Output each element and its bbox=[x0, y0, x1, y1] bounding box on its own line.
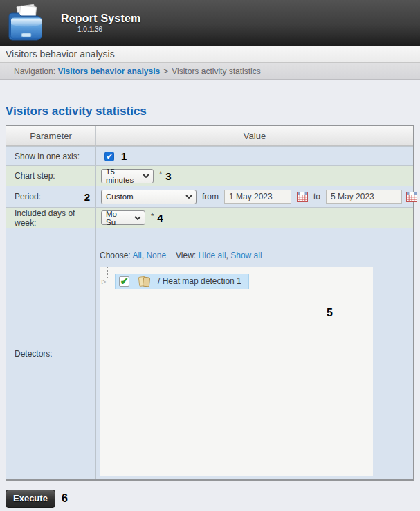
param-label-included-days: Included days of week: bbox=[6, 208, 96, 228]
choose-label: Choose: bbox=[100, 251, 132, 260]
app-title: Report System bbox=[61, 12, 141, 25]
tree-gutter: ▷ bbox=[102, 272, 115, 290]
tree-item-heat-map-detection[interactable]: ✔ / Heat map detection 1 bbox=[115, 274, 249, 289]
folder-icon bbox=[138, 276, 151, 287]
execute-button[interactable]: Execute bbox=[6, 490, 55, 508]
chart-step-selected-value: 15 minutes bbox=[106, 168, 138, 184]
view-hide-all-link[interactable]: Hide all bbox=[199, 251, 226, 260]
days-of-week-selected-value: Mo - Su bbox=[106, 210, 130, 226]
breadcrumb-separator: > bbox=[163, 66, 168, 76]
tree-node-heat-map-detection: ▷ ✔ / Heat map detection bbox=[100, 267, 373, 290]
detectors-actions: Choose: All, NoneView: Hide all, Show al… bbox=[100, 251, 413, 260]
section-title-bar: Visitors behavior analysis bbox=[0, 46, 420, 63]
row-show-in-one-axis: Show in one axis: ✔ 1 bbox=[6, 146, 413, 165]
tree-item-label: / Heat map detection 1 bbox=[158, 276, 241, 286]
annotation-4: 4 bbox=[157, 212, 163, 224]
check-icon: ✔ bbox=[120, 278, 129, 285]
parameters-table: Parameter Value Show in one axis: ✔ 1 Ch… bbox=[6, 125, 414, 481]
row-period: Period: 2 Custom from bbox=[6, 186, 413, 207]
breadcrumb: Navigation: Visitors behavior analysis >… bbox=[0, 63, 420, 80]
row-included-days: Included days of week: Mo - Su * 4 bbox=[6, 207, 413, 228]
annotation-1: 1 bbox=[121, 150, 127, 162]
to-label: to bbox=[313, 192, 320, 201]
section-title: Visitors behavior analysis bbox=[6, 48, 115, 60]
param-label-chart-step: Chart step: bbox=[6, 166, 96, 186]
breadcrumb-link-visitors-behavior-analysis[interactable]: Visitors behavior analysis bbox=[57, 66, 160, 76]
main-content: Visitors activity statistics Parameter V… bbox=[0, 105, 420, 508]
period-select[interactable]: Custom bbox=[101, 190, 197, 204]
choose-none-link[interactable]: None bbox=[146, 251, 166, 260]
show-in-one-axis-checkbox[interactable]: ✔ bbox=[104, 152, 114, 161]
tree-dotted-line bbox=[106, 283, 115, 283]
value-cell-period: Custom from bbox=[96, 186, 417, 207]
breadcrumb-label: Navigation: bbox=[14, 66, 57, 76]
param-label-show-in-one-axis: Show in one axis: bbox=[6, 147, 96, 165]
chevron-down-icon bbox=[143, 174, 149, 178]
days-of-week-select[interactable]: Mo - Su bbox=[101, 210, 145, 225]
row-chart-step: Chart step: 15 minutes * 3 bbox=[6, 165, 413, 186]
value-cell-detectors: Choose: All, NoneView: Hide all, Show al… bbox=[96, 228, 413, 479]
from-label: from bbox=[202, 192, 219, 201]
value-cell-show-in-one-axis: ✔ 1 bbox=[96, 147, 413, 165]
check-icon: ✔ bbox=[106, 152, 112, 161]
view-label: View: bbox=[176, 251, 198, 260]
annotation-6: 6 bbox=[62, 492, 68, 505]
report-folder-icon bbox=[8, 4, 44, 43]
param-label-period: Period: bbox=[15, 192, 41, 201]
param-cell-period: Period: 2 bbox=[6, 186, 96, 207]
chevron-down-icon bbox=[185, 195, 192, 199]
page-title: Visitors activity statistics bbox=[6, 105, 420, 118]
choose-all-link[interactable]: All bbox=[132, 251, 141, 260]
date-from-input[interactable] bbox=[224, 190, 291, 204]
chart-step-select[interactable]: 15 minutes bbox=[101, 169, 154, 183]
column-header-parameter: Parameter bbox=[6, 126, 96, 145]
breadcrumb-current-page: Visitors activity statistics bbox=[172, 66, 260, 76]
table-header-row: Parameter Value bbox=[6, 126, 413, 146]
footer-actions: Execute 6 bbox=[6, 490, 420, 508]
calendar-icon[interactable] bbox=[406, 192, 417, 202]
app-window: Report System 1.0.1.36 Visitors behavior… bbox=[0, 0, 420, 508]
calendar-icon[interactable] bbox=[297, 192, 308, 202]
detectors-tree-panel: ▷ ✔ / Heat map detection bbox=[100, 267, 373, 476]
view-show-all-link[interactable]: Show all bbox=[230, 251, 262, 260]
app-title-block: Report System 1.0.1.36 bbox=[61, 12, 141, 33]
period-selected-value: Custom bbox=[106, 192, 134, 201]
tree-expander-icon[interactable]: ▷ bbox=[102, 278, 106, 285]
chevron-down-icon bbox=[134, 216, 141, 220]
annotation-2: 2 bbox=[84, 191, 90, 203]
annotation-5: 5 bbox=[327, 307, 333, 319]
tree-dotted-line bbox=[107, 267, 108, 278]
annotation-3: 3 bbox=[165, 170, 171, 182]
date-to-input[interactable] bbox=[326, 190, 402, 204]
value-cell-chart-step: 15 minutes * 3 bbox=[96, 166, 413, 186]
app-version: 1.0.1.36 bbox=[77, 26, 141, 33]
row-detectors: Detectors: Choose: All, NoneView: Hide a… bbox=[6, 228, 413, 479]
param-label-detectors: Detectors: bbox=[6, 228, 96, 479]
app-header: Report System 1.0.1.36 bbox=[0, 0, 420, 46]
required-asterisk: * bbox=[151, 212, 154, 220]
value-cell-included-days: Mo - Su * 4 bbox=[96, 208, 413, 228]
tree-item-checkbox[interactable]: ✔ bbox=[119, 276, 129, 287]
required-asterisk: * bbox=[159, 170, 162, 178]
column-header-value: Value bbox=[96, 126, 413, 145]
